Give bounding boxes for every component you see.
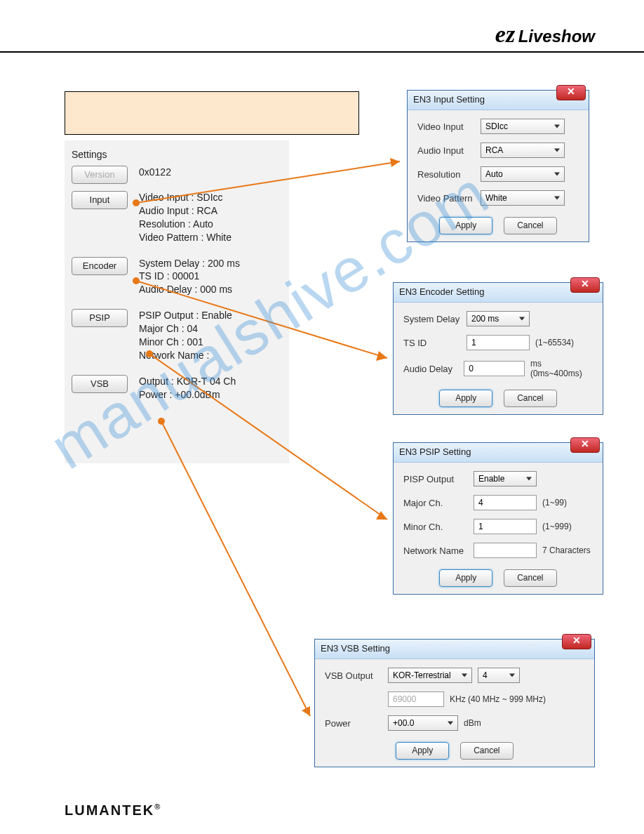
dialog-encoder-setting: EN3 Encoder Setting ✕ System Delay200 ms…	[393, 282, 603, 415]
header: ez Liveshow	[0, 14, 644, 53]
dialog-vsb-title: EN3 VSB Setting	[321, 643, 390, 654]
minor-ch-input[interactable]: 1	[474, 519, 537, 534]
vsb-output-label: VSB Output	[325, 670, 388, 681]
version-value: 0x0122	[139, 166, 282, 184]
close-icon[interactable]: ✕	[570, 437, 600, 453]
psip-value: PSIP Output : Enable Major Ch : 04 Minor…	[139, 309, 282, 362]
power-hint: dBm	[464, 718, 481, 728]
footer-brand: LUMANTEK®	[65, 802, 161, 819]
vsb-freq-input: 69000	[388, 691, 444, 707]
audio-delay-label: Audio Delay	[403, 364, 464, 374]
encoder-button[interactable]: Encoder	[72, 257, 128, 275]
audio-input-select[interactable]: RCA	[481, 143, 565, 158]
dialog-psip-title: EN3 PSIP Setting	[399, 446, 471, 457]
video-input-label: Video Input	[417, 121, 481, 132]
apply-button[interactable]: Apply	[439, 569, 492, 587]
cancel-button[interactable]: Cancel	[504, 569, 557, 587]
ts-id-label: TS ID	[403, 338, 467, 348]
apply-button[interactable]: Apply	[439, 217, 492, 234]
network-name-hint: 7 Characters	[542, 545, 591, 555]
version-button: Version	[72, 166, 128, 184]
cancel-button[interactable]: Cancel	[504, 217, 557, 234]
settings-panel: Settings Version 0x0122 Input Video Inpu…	[65, 140, 289, 463]
vsb-output-select[interactable]: KOR-Terrestrial	[388, 668, 472, 683]
major-ch-input[interactable]: 4	[474, 495, 537, 510]
system-delay-label: System Delay	[403, 314, 467, 324]
close-icon[interactable]: ✕	[570, 277, 600, 293]
ts-id-hint: (1~65534)	[535, 338, 574, 348]
vsb-freq-hint: KHz (40 MHz ~ 999 MHz)	[450, 694, 546, 704]
svg-marker-11	[302, 706, 310, 716]
apply-button[interactable]: Apply	[439, 390, 492, 407]
settings-title: Settings	[72, 149, 282, 160]
close-icon[interactable]: ✕	[562, 634, 591, 649]
minor-ch-label: Minor Ch.	[403, 522, 474, 532]
audio-delay-input[interactable]: 0	[464, 361, 525, 376]
vsb-value: Output : KOR-T 04 Ch Power : +00.0dBm	[139, 375, 282, 402]
resolution-select[interactable]: Auto	[481, 166, 565, 182]
dialog-input-setting: EN3 Input Setting ✕ Video InputSDIcc Aud…	[407, 90, 589, 242]
video-input-select[interactable]: SDIcc	[481, 119, 565, 134]
svg-marker-8	[376, 511, 387, 519]
input-button[interactable]: Input	[72, 191, 128, 209]
ts-id-input[interactable]: 1	[467, 335, 530, 350]
resolution-label: Resolution	[417, 169, 481, 180]
cancel-button[interactable]: Cancel	[460, 742, 514, 760]
power-select[interactable]: +00.0	[388, 715, 458, 731]
brand-logo: ez Liveshow	[495, 21, 595, 48]
major-ch-hint: (1~99)	[542, 498, 567, 508]
dialog-encoder-title: EN3 Encoder Setting	[399, 286, 484, 297]
dialog-psip-setting: EN3 PSIP Setting ✕ PISP OutputEnable Maj…	[393, 442, 603, 595]
psip-button[interactable]: PSIP	[72, 309, 128, 327]
apply-button[interactable]: Apply	[396, 742, 449, 760]
pisp-output-select[interactable]: Enable	[474, 471, 537, 486]
vsb-channel-select[interactable]: 4	[478, 668, 520, 683]
svg-line-10	[161, 421, 310, 716]
placeholder-box	[65, 91, 359, 135]
brand-liveshow: Liveshow	[518, 27, 595, 46]
system-delay-select[interactable]: 200 ms	[467, 311, 530, 326]
power-label: Power	[325, 718, 388, 729]
audio-delay-hint: ms (0ms~400ms)	[530, 359, 593, 378]
cancel-button[interactable]: Cancel	[504, 390, 557, 407]
vsb-button[interactable]: VSB	[72, 375, 128, 393]
svg-marker-5	[376, 351, 387, 361]
dialog-input-title: EN3 Input Setting	[413, 94, 485, 105]
input-value: Video Input : SDIcc Audio Input : RCA Re…	[139, 191, 282, 244]
video-pattern-label: Video Pattern	[417, 193, 481, 204]
svg-marker-2	[390, 158, 400, 167]
major-ch-label: Major Ch.	[403, 498, 474, 508]
network-name-label: Network Name	[403, 545, 474, 556]
network-name-input[interactable]	[474, 543, 537, 558]
dialog-vsb-setting: EN3 VSB Setting ✕ VSB Output KOR-Terrest…	[314, 639, 595, 767]
encoder-value: System Delay : 200 ms TS ID : 00001 Audi…	[139, 257, 282, 297]
video-pattern-select[interactable]: White	[481, 190, 565, 206]
pisp-output-label: PISP Output	[403, 474, 474, 484]
brand-ez: ez	[495, 21, 515, 47]
audio-input-label: Audio Input	[417, 145, 481, 156]
close-icon[interactable]: ✕	[556, 85, 586, 100]
minor-ch-hint: (1~999)	[542, 522, 572, 531]
